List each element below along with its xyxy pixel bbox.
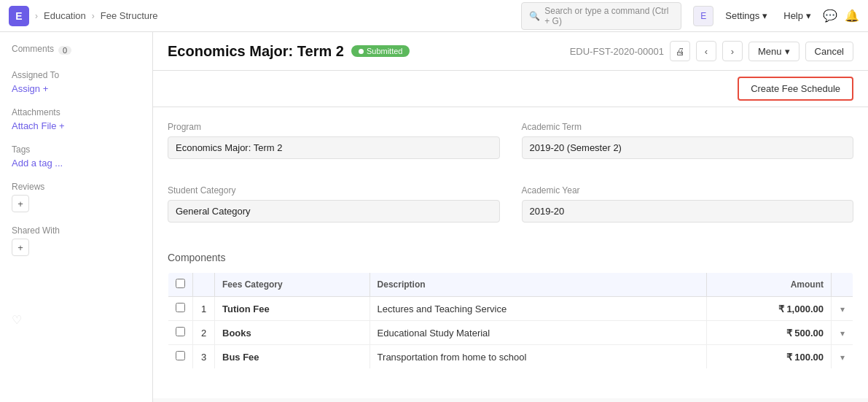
dropdown-arrow-icon-2[interactable]: ▾	[840, 328, 845, 339]
row-fees-category-3: Bus Fee	[215, 345, 370, 369]
program-field: Program Economics Major: Term 2	[168, 122, 500, 159]
shared-with-label: Shared With	[12, 225, 141, 236]
search-bar[interactable]: 🔍 Search or type a command (Ctrl + G)	[521, 2, 681, 30]
user-icon-btn[interactable]: E	[693, 6, 713, 26]
academic-term-field: Academic Term 2019-20 (Semester 2)	[522, 122, 854, 159]
chevron-icon-2: ›	[92, 11, 95, 21]
row-num-3: 3	[193, 345, 215, 369]
components-heading: Components	[168, 252, 853, 263]
help-chevron-icon: ▾	[806, 10, 811, 21]
comments-label: Comments	[12, 44, 54, 54]
heart-icon[interactable]: ♡	[12, 314, 22, 326]
row-description-2: Educational Study Material	[370, 321, 707, 345]
header-actions: EDU-FST-2020-00001 🖨 ‹ › Menu ▾ Cancel	[570, 41, 853, 61]
app-icon: E	[9, 6, 29, 26]
header-description: Description	[370, 273, 707, 297]
header-fees-category: Fees Category	[215, 273, 370, 297]
attach-file-link[interactable]: Attach File +	[12, 120, 141, 131]
add-tag-link[interactable]: Add a tag ...	[12, 158, 141, 169]
header-checkbox-col	[168, 273, 193, 297]
top-nav: E › Education › Fee Structure 🔍 Search o…	[0, 0, 868, 32]
form-grid: Program Economics Major: Term 2 Academic…	[168, 122, 853, 237]
row-checkbox-cell	[168, 321, 193, 345]
row-num-2: 2	[193, 321, 215, 345]
row-fees-category-1: Tution Fee	[215, 297, 370, 321]
settings-button[interactable]: Settings ▾	[721, 7, 772, 24]
sidebar-tags: Tags Add a tag ...	[12, 144, 141, 169]
search-icon: 🔍	[529, 11, 540, 21]
academic-year-label: Academic Year	[522, 185, 854, 196]
row-dropdown-1[interactable]: ▾	[832, 297, 853, 321]
menu-chevron-icon: ▾	[785, 46, 790, 57]
row-checkbox-1[interactable]	[176, 303, 185, 312]
academic-year-value: 2019-20	[522, 200, 854, 223]
student-category-label: Student Category	[168, 185, 500, 196]
print-button[interactable]: 🖨	[670, 41, 690, 61]
add-review-button[interactable]: +	[12, 195, 29, 212]
status-dot	[359, 49, 364, 54]
academic-year-field: Academic Year 2019-20	[522, 185, 854, 223]
sidebar-reviews: Reviews +	[12, 182, 141, 212]
assign-link[interactable]: Assign +	[12, 83, 141, 94]
form-content: Program Economics Major: Term 2 Academic…	[153, 107, 868, 398]
menu-label: Menu	[758, 46, 782, 57]
header-amount: Amount	[707, 273, 832, 297]
row-checkbox-3[interactable]	[176, 351, 185, 360]
breadcrumb-fee-structure[interactable]: Fee Structure	[101, 10, 158, 21]
sidebar: Comments 0 Assigned To Assign + Attachme…	[0, 32, 153, 402]
help-button[interactable]: Help ▾	[779, 7, 816, 24]
create-fee-schedule-button[interactable]: Create Fee Schedule	[738, 77, 853, 101]
header-num-col	[193, 273, 215, 297]
content-area: Economics Major: Term 2 Submitted EDU-FS…	[153, 32, 868, 402]
row-checkbox-cell	[168, 345, 193, 369]
help-label: Help	[783, 10, 803, 21]
chat-icon[interactable]: 💬	[823, 9, 837, 23]
page-title: Economics Major: Term 2	[168, 43, 344, 60]
sidebar-attachments: Attachments Attach File +	[12, 107, 141, 131]
search-placeholder: Search or type a command (Ctrl + G)	[544, 6, 673, 26]
cancel-button[interactable]: Cancel	[805, 42, 853, 61]
dropdown-arrow-icon-1[interactable]: ▾	[840, 304, 845, 314]
components-section: Components Fees Category Description Amo…	[168, 252, 853, 369]
program-value: Economics Major: Term 2	[168, 136, 500, 159]
program-label: Program	[168, 122, 500, 132]
row-dropdown-3[interactable]: ▾	[832, 345, 853, 369]
sidebar-comments: Comments 0	[12, 44, 141, 57]
row-dropdown-2[interactable]: ▾	[832, 321, 853, 345]
menu-button[interactable]: Menu ▾	[748, 42, 799, 61]
row-description-3: Transportation from home to school	[370, 345, 707, 369]
breadcrumb-education[interactable]: Education	[44, 10, 86, 21]
row-checkbox-cell	[168, 297, 193, 321]
bell-icon[interactable]: 🔔	[845, 9, 859, 23]
prev-button[interactable]: ‹	[696, 41, 716, 61]
select-all-checkbox[interactable]	[176, 279, 185, 288]
tags-label: Tags	[12, 144, 141, 155]
row-amount-1: ₹ 1,000.00	[707, 297, 832, 321]
comments-count: 0	[58, 46, 71, 55]
table-header-row: Fees Category Description Amount	[168, 273, 853, 297]
status-badge: Submitted	[351, 45, 410, 57]
main-layout: Comments 0 Assigned To Assign + Attachme…	[0, 32, 868, 402]
row-description-1: Lectures and Teaching Service	[370, 297, 707, 321]
page-title-row: Economics Major: Term 2 Submitted	[168, 43, 410, 60]
table-row: 1 Tution Fee Lectures and Teaching Servi…	[168, 297, 853, 321]
row-num-1: 1	[193, 297, 215, 321]
chevron-icon-1: ›	[35, 11, 38, 21]
row-amount-3: ₹ 100.00	[707, 345, 832, 369]
row-checkbox-2[interactable]	[176, 327, 185, 336]
settings-chevron-icon: ▾	[762, 10, 767, 21]
student-category-value: General Category	[168, 200, 500, 223]
components-table: Fees Category Description Amount 1 Tutio…	[168, 272, 853, 369]
sidebar-assigned-to: Assigned To Assign +	[12, 70, 141, 94]
header-action-col	[832, 273, 853, 297]
sidebar-shared-with: Shared With +	[12, 225, 141, 256]
table-row: 3 Bus Fee Transportation from home to sc…	[168, 345, 853, 369]
attachments-label: Attachments	[12, 107, 141, 117]
row-amount-2: ₹ 500.00	[707, 321, 832, 345]
dropdown-arrow-icon-3[interactable]: ▾	[840, 352, 845, 363]
row-fees-category-2: Books	[215, 321, 370, 345]
next-button[interactable]: ›	[722, 41, 743, 61]
student-category-field: Student Category General Category	[168, 185, 500, 223]
add-shared-button[interactable]: +	[12, 239, 29, 256]
page-header: Economics Major: Term 2 Submitted EDU-FS…	[153, 32, 868, 71]
